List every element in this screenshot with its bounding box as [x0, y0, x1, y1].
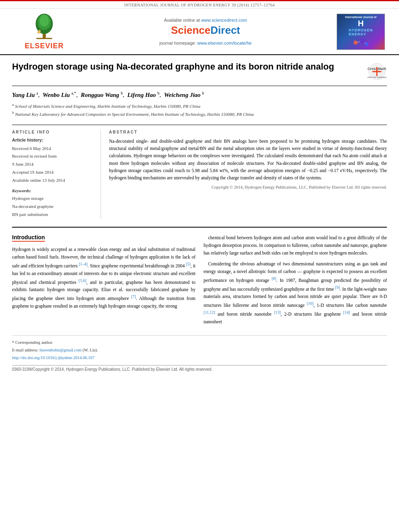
journal-cover-title: International Journal of — [345, 16, 376, 19]
article-title-area: Hydrogen storage using Na-decorated grap… — [12, 61, 387, 86]
ref-link-10[interactable]: [10] — [307, 301, 314, 306]
abstract-header: ABSTRACT — [109, 130, 387, 134]
svg-point-8 — [354, 41, 358, 45]
elsevier-tree-icon — [28, 13, 60, 41]
keyword-2: Na-decorated graphyne — [12, 203, 93, 211]
email-line: E-mail address: liuwenbohit@gmail.com (W… — [12, 347, 387, 354]
column-divider — [101, 130, 101, 219]
journal-cover-subtitle: HYDROGENENERGY — [349, 28, 373, 36]
email-link[interactable]: liuwenbohit@gmail.com — [39, 348, 81, 352]
author-5: Weicheng Jiao — [164, 92, 201, 98]
accepted-date: Accepted 19 June 2014 — [12, 168, 93, 177]
corresponding-note: * Corresponding author. — [12, 339, 387, 347]
introduction-col1-text: Hydrogen is widely accepted as a renewab… — [12, 246, 195, 310]
footnotes: * Corresponding author. E-mail address: … — [12, 335, 387, 362]
ref-link-5[interactable]: [5] — [186, 262, 191, 266]
body-left-column: Introduction Hydrogen is widely accepted… — [12, 234, 195, 329]
introduction-col2-text: chemical bond between hydrogen atom and … — [204, 234, 387, 326]
svg-rect-1 — [37, 38, 52, 39]
affiliations: a School of Materials Science and Engine… — [12, 102, 387, 118]
ref-link-11-12[interactable]: [11,12] — [204, 310, 215, 314]
author-1: Yang Liu — [12, 92, 35, 98]
svg-point-4 — [39, 15, 49, 27]
abstract-column: ABSTRACT Na-decorated single- and double… — [109, 130, 387, 219]
ref-link-5-6[interactable]: [5,6] — [79, 278, 86, 283]
intro-para-3: Considering the obvious advantage of two… — [204, 260, 387, 326]
article-info-header: ARTICLE INFO — [12, 130, 93, 134]
crossmark-icon: CrossMark click for updates — [367, 63, 387, 81]
issn-bar: 0360-3199/Copyright © 2014, Hydrogen Ene… — [12, 365, 387, 372]
author-2: Wenbo Liu — [43, 92, 70, 98]
ref-link-1-4[interactable]: [1–4] — [79, 262, 88, 266]
journal-cover-area: International Journal of H HYDROGENENERG… — [331, 13, 391, 50]
svg-line-11 — [358, 41, 360, 43]
journal-cover-image: International Journal of H HYDROGENENERG… — [337, 14, 385, 50]
history-label: Article history: — [12, 138, 93, 142]
authors-line: Yang Liu a, Wenbo Liu a,*, Rongguo Wang … — [12, 91, 387, 99]
received-date: Received 6 May 2014 — [12, 145, 93, 153]
affiliation-a: a School of Materials Science and Engine… — [12, 102, 387, 110]
journal-cover-h: H — [358, 19, 364, 28]
author-3: Rongguo Wang — [81, 92, 119, 98]
revised-label: Received in revised form — [12, 152, 93, 160]
keywords-list: Hydrogen storage Na-decorated graphyne B… — [12, 195, 93, 218]
doi-line: http://dx.doi.org/10.1016/j.ijhydene.201… — [12, 354, 387, 362]
journal-banner: INTERNATIONAL JOURNAL OF HYDROGEN ENERGY… — [0, 0, 399, 9]
keyword-1: Hydrogen storage — [12, 195, 93, 203]
article-dates: Received 6 May 2014 Received in revised … — [12, 145, 93, 185]
svg-point-10 — [365, 43, 368, 46]
intro-para-1: Hydrogen is widely accepted as a renewab… — [12, 246, 195, 310]
introduction-heading: Introduction — [12, 234, 45, 242]
svg-text:click for updates: click for updates — [367, 76, 387, 78]
journal-homepage-text: journal homepage: www.elsevier.com/locat… — [159, 41, 251, 45]
ref-link-13[interactable]: [13] — [274, 310, 281, 314]
ref-link-7[interactable]: [7] — [131, 294, 136, 299]
journal-homepage-link[interactable]: www.elsevier.com/locate/he — [197, 41, 252, 45]
body-right-column: chemical bond between hydrogen atom and … — [204, 234, 387, 329]
ref-link-8[interactable]: [8] — [271, 276, 276, 281]
svg-point-9 — [360, 38, 365, 44]
intro-para-2: chemical bond between hydrogen atom and … — [204, 234, 387, 257]
keywords-label: Keywords: — [12, 188, 93, 193]
doi-link[interactable]: http://dx.doi.org/10.1016/j.ijhydene.201… — [12, 355, 95, 360]
ref-link-14[interactable]: [14] — [343, 310, 350, 314]
abstract-copyright: Copyright © 2014, Hydrogen Energy Public… — [109, 185, 387, 189]
cover-molecule-icon — [351, 37, 371, 48]
elsevier-wordmark: ELSEVIER — [25, 42, 64, 50]
available-date: Available online 13 July 2014 — [12, 177, 93, 185]
available-online-text: Available online at www.sciencedirect.co… — [164, 18, 247, 23]
abstract-text: Na-decorated single- and double-sided gr… — [109, 138, 387, 182]
sciencedirect-info: Available online at www.sciencedirect.co… — [84, 13, 327, 50]
email-label: E-mail address: — [12, 348, 39, 352]
body-section: Introduction Hydrogen is widely accepted… — [12, 227, 387, 329]
article-info-column: ARTICLE INFO Article history: Received 6… — [12, 130, 93, 219]
main-content: Hydrogen storage using Na-decorated grap… — [0, 55, 399, 380]
journal-header: ELSEVIER Available online at www.science… — [0, 9, 399, 55]
elsevier-logo: ELSEVIER — [25, 13, 64, 50]
svg-rect-0 — [43, 33, 46, 39]
ref-link-9[interactable]: [9] — [335, 285, 340, 290]
keyword-3: BN pair substitution — [12, 211, 93, 219]
banner-text: INTERNATIONAL JOURNAL OF HYDROGEN ENERGY… — [124, 3, 275, 7]
email-who: (W. Liu). — [82, 348, 98, 352]
info-abstract-section: ARTICLE INFO Article history: Received 6… — [12, 125, 387, 219]
revised-date: 9 June 2014 — [12, 160, 93, 168]
article-title-text: Hydrogen storage using Na-decorated grap… — [12, 61, 363, 73]
publisher-logo-area: ELSEVIER — [8, 13, 80, 50]
affiliation-b: b National Key Laboratory for Advanced C… — [12, 110, 387, 118]
sciencedirect-logo: ScienceDirect — [171, 24, 240, 37]
author-4: Lifeng Hao — [127, 92, 156, 98]
